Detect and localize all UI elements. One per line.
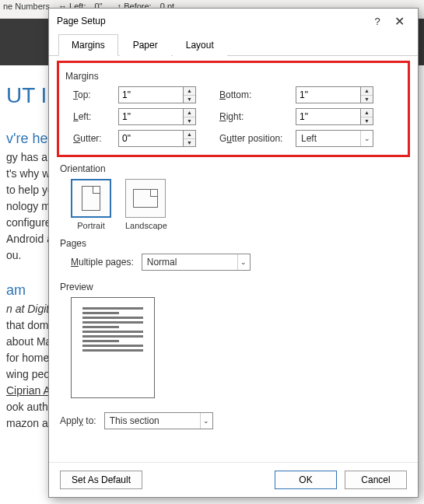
top-input[interactable] <box>119 87 183 103</box>
orientation-title: Orientation <box>60 163 407 174</box>
down-icon[interactable]: ▼ <box>361 117 373 125</box>
up-icon[interactable]: ▲ <box>361 109 373 117</box>
dialog-title: Page Setup <box>57 16 366 26</box>
right-input[interactable] <box>296 109 360 124</box>
pages-title: Pages <box>60 238 407 249</box>
orientation-landscape[interactable]: Landscape <box>125 179 167 230</box>
top-spinner[interactable]: ▲▼ <box>118 86 196 103</box>
up-icon[interactable]: ▲ <box>361 87 373 96</box>
tab-row: Margins Paper Layout <box>49 33 418 56</box>
chevron-down-icon[interactable]: ⌄ <box>200 413 212 429</box>
right-spinner[interactable]: ▲▼ <box>296 108 373 125</box>
gutter-position-label: Gutter position: <box>219 133 296 144</box>
preview-image <box>71 297 155 398</box>
right-label: Right: <box>219 111 296 122</box>
gutter-spinner[interactable]: ▲▼ <box>118 130 196 147</box>
page-setup-dialog: Page Setup ? ✕ Margins Paper Layout Marg… <box>48 8 419 498</box>
left-input[interactable] <box>119 109 183 124</box>
bottom-input[interactable] <box>296 87 360 103</box>
down-icon[interactable]: ▼ <box>184 139 195 147</box>
ok-button[interactable]: OK <box>275 471 337 489</box>
cancel-button[interactable]: Cancel <box>345 471 407 489</box>
help-button[interactable]: ? <box>366 16 388 27</box>
up-icon[interactable]: ▲ <box>184 109 195 117</box>
preview-title: Preview <box>60 282 407 292</box>
margins-highlight: Margins Top: ▲▼ Bottom: ▲▼ Left: ▲▼ Righ… <box>57 61 410 157</box>
apply-to-label: Apply to: <box>60 415 96 426</box>
down-icon[interactable]: ▼ <box>184 96 195 103</box>
down-icon[interactable]: ▼ <box>361 96 373 103</box>
dialog-footer: Set As Default OK Cancel <box>49 462 418 497</box>
up-icon[interactable]: ▲ <box>184 131 195 139</box>
left-spinner[interactable]: ▲▼ <box>118 108 196 125</box>
gutter-label: Gutter: <box>73 133 118 144</box>
set-default-button[interactable]: Set As Default <box>60 471 142 489</box>
chevron-down-icon[interactable]: ⌄ <box>360 131 373 146</box>
tab-layout[interactable]: Layout <box>173 34 227 56</box>
titlebar: Page Setup ? ✕ <box>49 9 418 33</box>
tab-paper[interactable]: Paper <box>120 34 171 56</box>
landscape-icon <box>133 189 158 208</box>
chevron-down-icon[interactable]: ⌄ <box>237 254 250 270</box>
multiple-pages-select[interactable]: Normal⌄ <box>142 254 251 271</box>
gutter-position-select[interactable]: Left⌄ <box>296 130 373 147</box>
up-icon[interactable]: ▲ <box>184 87 195 96</box>
down-icon[interactable]: ▼ <box>184 117 195 125</box>
close-button[interactable]: ✕ <box>388 14 410 29</box>
margins-title: Margins <box>65 71 401 82</box>
tab-margins[interactable]: Margins <box>58 34 118 56</box>
bottom-label: Bottom: <box>219 89 296 100</box>
portrait-icon <box>82 186 100 211</box>
top-label: Top: <box>73 89 118 100</box>
multiple-pages-label: Multiple pages: <box>71 257 134 268</box>
gutter-input[interactable] <box>119 131 183 146</box>
orientation-portrait[interactable]: Portrait <box>71 179 111 230</box>
apply-to-select[interactable]: This section⌄ <box>104 412 213 429</box>
bottom-spinner[interactable]: ▲▼ <box>296 86 373 103</box>
left-label: Left: <box>73 111 118 122</box>
